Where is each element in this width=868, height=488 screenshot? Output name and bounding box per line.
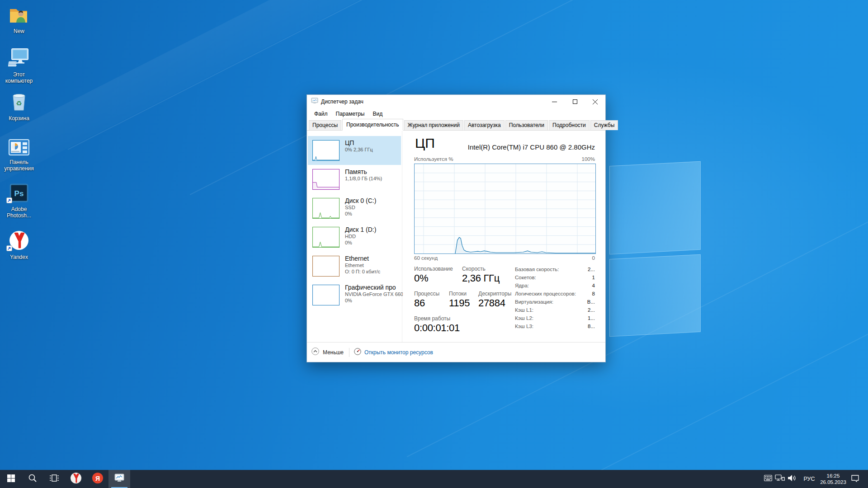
stat-label: Дескрипторы bbox=[478, 291, 511, 297]
touch-keyboard-tray-button[interactable] bbox=[764, 470, 772, 488]
detail-value: 1 bbox=[592, 275, 595, 283]
task-manager-button[interactable] bbox=[108, 470, 130, 488]
detail-value: 2... bbox=[588, 267, 595, 275]
menu-bar: Файл Параметры Вид bbox=[307, 108, 605, 119]
tab-users[interactable]: Пользователи bbox=[505, 120, 548, 130]
language-indicator[interactable]: РУС bbox=[801, 470, 817, 488]
wallpaper-window-pane bbox=[609, 161, 701, 255]
cpu-usage-graph bbox=[414, 164, 596, 254]
detail-value: В... bbox=[587, 299, 595, 307]
desktop-icon-photoshop[interactable]: Ps Adobe Photosh... bbox=[0, 183, 38, 219]
graph-ymax: 100% bbox=[582, 156, 595, 162]
sidebar-item-line: 0% bbox=[345, 240, 403, 246]
detail-value: 2... bbox=[588, 307, 595, 315]
sidebar-item-title: ЦП bbox=[345, 139, 403, 147]
yandex-browser-icon bbox=[70, 472, 82, 486]
yandex-app-button[interactable]: Я bbox=[87, 470, 108, 488]
action-center-icon bbox=[851, 474, 859, 484]
tab-details[interactable]: Подробности bbox=[549, 120, 590, 130]
sidebar-item-disk1[interactable]: Диск 1 (D:) HDD 0% bbox=[308, 223, 401, 252]
detail-value: 8 bbox=[592, 291, 595, 299]
sidebar-item-memory[interactable]: Память 1,1/8,0 ГБ (14%) bbox=[308, 165, 401, 194]
desktop-icon-recycle-bin[interactable]: ♻ Корзина bbox=[0, 93, 38, 122]
desktop-icon-label: Панель управления bbox=[0, 159, 38, 172]
tab-app-history[interactable]: Журнал приложений bbox=[404, 120, 463, 130]
desktop-icon-label: Adobe Photosh... bbox=[0, 206, 38, 219]
cpu-details: Базовая скорость:2... Сокетов:1 Ядра:4 Л… bbox=[515, 267, 595, 332]
yandex-browser-button[interactable] bbox=[65, 470, 87, 488]
sidebar-item-line: 0% bbox=[345, 211, 403, 217]
detail-label: Логических процессоров: bbox=[515, 291, 576, 299]
menu-file[interactable]: Файл bbox=[310, 109, 332, 118]
search-button[interactable] bbox=[22, 470, 43, 488]
sidebar-item-disk0[interactable]: Диск 0 (C:) SSD 0% bbox=[308, 194, 401, 223]
tab-performance[interactable]: Производительность bbox=[342, 119, 403, 131]
desktop-icon-control-panel[interactable]: Панель управления bbox=[0, 136, 38, 172]
desktop-icon-label: Yandex bbox=[0, 254, 38, 260]
sidebar-item-title: Память bbox=[345, 168, 403, 176]
task-manager-app-icon bbox=[311, 97, 318, 106]
resource-monitor-label: Открыть монитор ресурсов bbox=[364, 349, 433, 356]
sidebar-item-line: 1,1/8,0 ГБ (14%) bbox=[345, 176, 403, 182]
sidebar-item-line: О: 0 П: 0 кбит/с bbox=[345, 269, 403, 275]
stat-label: Использование bbox=[414, 266, 453, 272]
touch-keyboard-icon bbox=[764, 475, 772, 483]
close-button[interactable] bbox=[585, 95, 605, 108]
wallpaper-window-pane bbox=[609, 254, 701, 337]
sidebar-item-ethernet[interactable]: Ethernet Ethernet О: 0 П: 0 кбит/с bbox=[308, 252, 401, 281]
desktop-icon-this-pc[interactable]: Этот компьютер bbox=[0, 49, 38, 84]
sidebar-item-cpu[interactable]: ЦП 0% 2,36 ГГц bbox=[308, 136, 401, 165]
volume-tray-button[interactable] bbox=[788, 470, 797, 488]
graph-ylabel: Используется % bbox=[414, 156, 453, 162]
task-view-button[interactable] bbox=[43, 470, 65, 488]
tab-bar: Процессы Производительность Журнал прило… bbox=[307, 119, 605, 131]
recycle-bin-icon: ♻ bbox=[10, 92, 28, 113]
sidebar-item-line: Ethernet bbox=[345, 263, 403, 269]
fewer-details-label: Меньше bbox=[323, 349, 344, 356]
minimize-button[interactable] bbox=[544, 95, 565, 108]
desktop-icon-new-folder[interactable]: New bbox=[0, 5, 38, 34]
stat-label: Скорость bbox=[462, 266, 486, 272]
footer-separator bbox=[349, 348, 349, 357]
cpu-model-name: Intel(R) Core(TM) i7 CPU 860 @ 2.80GHz bbox=[443, 143, 595, 151]
shortcut-arrow-icon bbox=[6, 197, 12, 205]
sidebar-item-gpu[interactable]: Графический про NVIDIA GeForce GTX 660 0… bbox=[308, 281, 401, 310]
desktop-icon-yandex[interactable]: Yandex bbox=[0, 231, 38, 260]
sidebar-item-title: Ethernet bbox=[345, 255, 403, 263]
menu-options[interactable]: Параметры bbox=[332, 109, 369, 118]
action-center-button[interactable] bbox=[851, 470, 859, 488]
detail-label: Сокетов: bbox=[515, 275, 536, 283]
stat-value-uptime: 0:00:01:01 bbox=[414, 322, 460, 334]
tab-processes[interactable]: Процессы bbox=[309, 120, 341, 130]
disk1-mini-graph bbox=[312, 227, 340, 248]
detail-label: Виртуализация: bbox=[515, 299, 553, 307]
chevron-up-circle-icon bbox=[311, 347, 319, 357]
start-button[interactable] bbox=[0, 470, 22, 488]
network-tray-button[interactable] bbox=[775, 470, 785, 488]
network-icon bbox=[775, 474, 785, 483]
stat-value-usage: 0% bbox=[414, 272, 428, 284]
detail-value: 8... bbox=[588, 324, 595, 332]
maximize-button[interactable] bbox=[565, 95, 585, 108]
detail-label: Кэш L3: bbox=[515, 324, 533, 332]
fewer-details-button[interactable]: Меньше bbox=[311, 347, 344, 357]
open-resource-monitor-link[interactable]: Открыть монитор ресурсов bbox=[354, 348, 433, 357]
tab-services[interactable]: Службы bbox=[590, 120, 618, 130]
graph-xmax: 0 bbox=[592, 255, 595, 261]
stat-label: Процессы bbox=[414, 291, 439, 297]
tab-startup[interactable]: Автозагрузка bbox=[464, 120, 505, 130]
desktop-icon-label: Этот компьютер bbox=[0, 71, 38, 84]
sidebar-item-line: SSD bbox=[345, 205, 403, 211]
start-icon bbox=[7, 474, 15, 484]
svg-text:Я: Я bbox=[95, 475, 100, 482]
cpu-stats: Использование 0% Скорость 2,36 ГГц Проце… bbox=[414, 266, 511, 338]
taskbar: Я bbox=[0, 470, 868, 488]
stat-label: Потоки bbox=[449, 291, 467, 297]
menu-view[interactable]: Вид bbox=[368, 109, 387, 118]
shortcut-arrow-icon bbox=[6, 245, 12, 253]
stat-value-speed: 2,36 ГГц bbox=[462, 272, 500, 284]
clock-time: 16:25 bbox=[819, 473, 847, 479]
gpu-mini-graph bbox=[312, 285, 340, 305]
clock[interactable]: 16:25 26.05.2023 bbox=[819, 470, 847, 488]
desktop-icon-label: New bbox=[0, 28, 38, 34]
